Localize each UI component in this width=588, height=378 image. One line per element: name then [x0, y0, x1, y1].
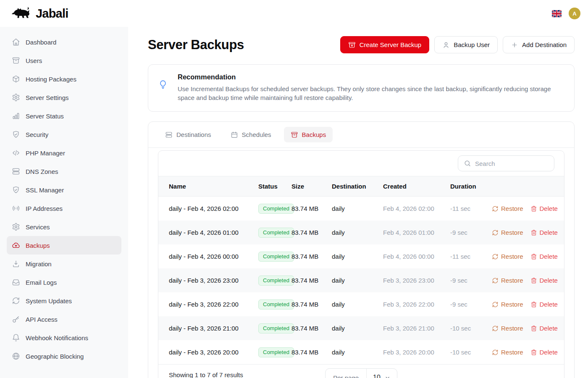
- add-destination-button[interactable]: Add Destination: [503, 36, 575, 53]
- backup-destination: daily: [332, 349, 383, 356]
- refresh-icon: [492, 253, 499, 260]
- sidebar-item-geographic-blocking[interactable]: Geographic Blocking: [7, 347, 121, 365]
- broadcast-icon: [12, 204, 20, 213]
- backup-destination: daily: [332, 277, 383, 284]
- delete-button[interactable]: Delete: [530, 253, 558, 260]
- sidebar-item-server-settings[interactable]: Server Settings: [7, 88, 121, 107]
- backup-created: Feb 3, 2026 20:00: [383, 349, 450, 356]
- backup-duration: -9 sec: [450, 229, 492, 236]
- delete-button[interactable]: Delete: [530, 349, 558, 356]
- sidebar-item-ip-addresses[interactable]: IP Addresses: [7, 199, 121, 218]
- sidebar-item-ssl-manager[interactable]: SSL Manager: [7, 181, 121, 199]
- search-box[interactable]: [458, 155, 554, 171]
- sidebar-item-dns-zones[interactable]: DNS Zones: [7, 162, 121, 181]
- status-badge: Completed: [258, 323, 294, 333]
- sidebar-item-backups[interactable]: Backups: [7, 236, 121, 255]
- delete-button[interactable]: Delete: [530, 325, 558, 332]
- column-header-duration: Duration: [450, 183, 492, 190]
- restore-button[interactable]: Restore: [492, 349, 523, 356]
- tab-backups[interactable]: Backups: [284, 127, 333, 142]
- restore-button[interactable]: Restore: [492, 277, 523, 284]
- sidebar-item-server-status[interactable]: Server Status: [7, 107, 121, 125]
- backup-name: daily - Feb 4, 2026 00:00: [169, 253, 258, 260]
- trash-icon: [530, 325, 537, 332]
- delete-button[interactable]: Delete: [530, 229, 558, 236]
- sidebar-item-email-logs[interactable]: Email Logs: [7, 273, 121, 291]
- lightbulb-icon: [158, 80, 168, 89]
- create-server-backup-button[interactable]: Create Server Backup: [340, 36, 430, 53]
- restore-button[interactable]: Restore: [492, 325, 523, 332]
- inbox-icon: [12, 278, 20, 286]
- sidebar-item-services[interactable]: Services: [7, 218, 121, 236]
- column-header-name: Name: [169, 183, 258, 190]
- tab-label: Schedules: [242, 131, 271, 138]
- search-input[interactable]: [475, 160, 549, 167]
- restore-label: Restore: [501, 229, 523, 236]
- sidebar-item-hosting-packages[interactable]: Hosting Packages: [7, 70, 121, 88]
- restore-label: Restore: [501, 277, 523, 284]
- home-icon: [12, 38, 20, 46]
- backup-row: daily - Feb 3, 2026 23:00Completed83.74 …: [158, 268, 564, 292]
- drawer-icon: [291, 131, 298, 139]
- sidebar-item-migration[interactable]: Migration: [7, 255, 121, 273]
- refresh-icon: [492, 277, 499, 284]
- tab-destinations[interactable]: Destinations: [158, 127, 218, 142]
- restore-button[interactable]: Restore: [492, 253, 523, 260]
- backup-destination: daily: [332, 229, 383, 236]
- create-server-backup-label: Create Server Backup: [360, 41, 422, 48]
- page-title: Server Backups: [148, 37, 244, 52]
- trash-icon: [530, 253, 537, 260]
- delete-label: Delete: [540, 229, 558, 236]
- brand[interactable]: Jabali: [10, 5, 68, 22]
- restore-button[interactable]: Restore: [492, 205, 523, 212]
- trash-icon: [530, 277, 537, 284]
- backup-user-button[interactable]: Backup User: [434, 36, 498, 53]
- backup-size: 83.74 MB: [291, 301, 332, 308]
- backup-duration: -10 sec: [450, 325, 492, 332]
- sidebar-item-label: Server Status: [26, 113, 64, 120]
- status-badge: Completed: [258, 276, 294, 286]
- tab-schedules[interactable]: Schedules: [224, 127, 278, 142]
- refresh-icon: [492, 325, 499, 332]
- sidebar-item-users[interactable]: Users: [7, 51, 121, 70]
- sidebar-item-label: Hosting Packages: [26, 76, 76, 83]
- plus-icon: [511, 41, 518, 49]
- backup-name: daily - Feb 3, 2026 22:00: [169, 301, 258, 308]
- backup-destination: daily: [332, 253, 383, 260]
- sidebar-item-label: Geographic Blocking: [26, 353, 84, 360]
- recommendation-title: Recommendation: [178, 73, 564, 81]
- backups-card: DestinationsSchedulesBackups NameStatusS…: [148, 121, 575, 378]
- sidebar-item-php-manager[interactable]: PHP Manager: [7, 144, 121, 162]
- sidebar-item-security[interactable]: Security: [7, 125, 121, 144]
- backup-size: 83.74 MB: [291, 349, 332, 356]
- sidebar-item-label: Dashboard: [26, 39, 56, 46]
- backup-duration: -9 sec: [450, 277, 492, 284]
- sidebar-item-label: IP Addresses: [26, 205, 63, 212]
- backup-size: 83.74 MB: [291, 277, 332, 284]
- avatar[interactable]: A: [569, 8, 580, 19]
- per-page-select[interactable]: Per page 10: [325, 368, 397, 378]
- trash-icon: [530, 205, 537, 212]
- backup-row: daily - Feb 4, 2026 01:00Completed83.74 …: [158, 220, 564, 244]
- backups-table-container: NameStatusSizeDestinationCreatedDuration…: [158, 150, 564, 378]
- sidebar-item-label: System Updates: [26, 297, 72, 304]
- uk-flag-icon[interactable]: [552, 10, 562, 17]
- sidebar-item-webhook-notifications[interactable]: Webhook Notifications: [7, 328, 121, 347]
- column-header-created: Created: [383, 183, 450, 190]
- gear-icon: [12, 223, 20, 231]
- key-icon: [12, 315, 20, 323]
- sidebar-item-api-access[interactable]: API Access: [7, 310, 121, 328]
- sidebar-item-system-updates[interactable]: System Updates: [7, 291, 121, 310]
- delete-button[interactable]: Delete: [530, 301, 558, 308]
- backup-user-label: Backup User: [454, 41, 490, 48]
- delete-button[interactable]: Delete: [530, 277, 558, 284]
- bell-icon: [12, 333, 20, 342]
- sidebar-item-dashboard[interactable]: Dashboard: [7, 33, 121, 51]
- column-header-status: Status: [258, 183, 291, 190]
- restore-button[interactable]: Restore: [492, 301, 523, 308]
- delete-button[interactable]: Delete: [530, 205, 558, 212]
- restore-button[interactable]: Restore: [492, 229, 523, 236]
- status-badge: Completed: [258, 299, 294, 310]
- delete-label: Delete: [540, 253, 558, 260]
- delete-label: Delete: [540, 325, 558, 332]
